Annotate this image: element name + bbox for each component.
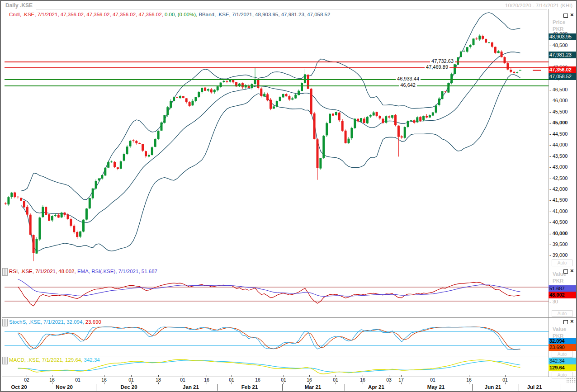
candle-body xyxy=(469,45,472,47)
x-axis-day-tick xyxy=(336,375,336,377)
x-axis-day-tick xyxy=(104,375,104,377)
candle-body xyxy=(210,90,213,93)
panel-border[interactable] xyxy=(2,356,577,356)
auto-scale-button[interactable]: Auto xyxy=(552,310,572,317)
candle-body xyxy=(298,91,300,95)
candle-body xyxy=(95,181,97,189)
rsi-legend: RSI, .KSE, 7/1/2021, 48.002, EMA, RSI(.K… xyxy=(9,269,157,274)
candle-body xyxy=(288,96,290,100)
axis-resize-grip[interactable] xyxy=(566,378,576,383)
x-axis-month-label: Jun 21 xyxy=(477,384,509,390)
rsi-panel-canvas[interactable] xyxy=(5,267,549,317)
y-axis-tick: - 42,500 xyxy=(549,175,577,181)
x-axis-day-label: 03 xyxy=(383,377,395,383)
stoch-panel-handle[interactable] xyxy=(5,319,8,326)
x-axis-month-label: Apr 21 xyxy=(360,384,392,390)
candle-body xyxy=(426,116,428,118)
candle-body xyxy=(194,97,197,101)
candle-body xyxy=(322,136,325,157)
candle-body xyxy=(185,98,188,102)
axis-value-badge: 342.34 xyxy=(549,358,577,364)
stoch-k-line xyxy=(18,327,520,349)
maximize-icon[interactable] xyxy=(563,14,568,18)
y-axis-tick: - 45,500 xyxy=(549,109,577,115)
y-axis-tick: - 39,500 xyxy=(549,241,577,247)
candle-body xyxy=(163,115,166,123)
candle-body xyxy=(14,193,16,197)
x-axis-day-tick xyxy=(309,375,310,377)
candle-body xyxy=(363,118,365,123)
candle-body xyxy=(478,36,481,40)
candle-body xyxy=(82,220,85,231)
candle-body xyxy=(270,100,272,109)
x-axis-day-label: 01 xyxy=(499,377,511,383)
rsi-panel-controls: × xyxy=(563,269,577,274)
candle-body xyxy=(276,101,278,107)
candle-body xyxy=(145,151,147,156)
candle-body xyxy=(404,127,406,138)
auto-scale-button[interactable]: Auto xyxy=(552,260,572,266)
alert-line-label[interactable]: 46,933.44 xyxy=(396,76,421,81)
x-axis-day-tick xyxy=(284,383,284,384)
candle-body xyxy=(422,116,425,120)
candle-body xyxy=(207,89,209,90)
candle-body xyxy=(241,83,244,87)
candle-body xyxy=(407,121,409,127)
alert-line-label[interactable]: 46,642 xyxy=(399,82,417,88)
x-axis-day-label: 01 xyxy=(427,377,439,383)
y-axis-tick: - 46,500 xyxy=(549,86,577,93)
panel-border[interactable] xyxy=(2,317,577,318)
alert-line-label[interactable]: 47,732.63 xyxy=(430,58,455,64)
main-panel-controls: × xyxy=(563,13,577,18)
candle-body xyxy=(232,80,234,82)
candle-body xyxy=(26,207,28,215)
candle-body xyxy=(42,207,44,217)
price-axis-title: Price xyxy=(553,19,565,25)
panel-border[interactable] xyxy=(2,267,577,267)
stochastics-legend: StochS, .KSE, 7/1/2021, 32.094, 23.690 xyxy=(9,319,101,325)
candle-body xyxy=(73,226,75,232)
rsi-legend-main: RSI, .KSE, 7/1/2021, 48.002, xyxy=(9,269,77,274)
x-axis-day-label: 01 xyxy=(226,377,237,383)
x-axis-day-tick xyxy=(207,375,207,377)
close-icon[interactable]: × xyxy=(570,318,574,325)
x-axis-day-tick xyxy=(401,383,402,384)
x-axis-day-tick xyxy=(232,375,232,377)
candle-body xyxy=(341,121,344,131)
candle-body xyxy=(254,79,256,84)
candle-body xyxy=(266,94,269,100)
x-axis-day-tick xyxy=(183,375,183,377)
candle-body xyxy=(413,120,415,123)
candle-body xyxy=(345,131,347,143)
candle-body xyxy=(307,75,309,89)
close-icon[interactable]: × xyxy=(570,267,574,274)
x-axis-day-tick xyxy=(232,383,232,384)
candle-body xyxy=(20,198,22,200)
candle-body xyxy=(273,106,275,109)
axis-value-badge: 47,058.52 xyxy=(549,73,577,80)
candle-body xyxy=(257,80,259,88)
main-chart-canvas[interactable] xyxy=(5,10,549,267)
x-axis-month-label: May 21 xyxy=(420,384,452,390)
x-axis-day-label: 16 xyxy=(303,377,315,383)
candle-body xyxy=(379,116,381,118)
title-separator xyxy=(36,9,547,9)
candle-body xyxy=(61,213,63,217)
candle-body xyxy=(294,95,297,99)
macd-legend-signal: 342.34 xyxy=(84,357,100,363)
macd-panel-handle[interactable] xyxy=(5,357,8,364)
x-axis-day-label: 16 xyxy=(201,377,213,383)
x-axis-month-separator xyxy=(35,384,35,391)
candle-body xyxy=(438,99,440,105)
rsi-legend-ema: EMA, RSI(.KSE), 7/1/2021, 51.687 xyxy=(77,269,157,274)
candle-body xyxy=(491,43,493,47)
candle-body xyxy=(101,175,103,179)
alert-line-label[interactable]: 47,469.89 xyxy=(425,64,449,70)
candle-body xyxy=(85,208,88,219)
candle-body xyxy=(182,96,184,98)
x-axis-day-tick xyxy=(78,375,78,377)
close-icon[interactable]: × xyxy=(570,11,574,18)
maximize-icon[interactable] xyxy=(563,269,568,274)
rsi-panel-handle[interactable] xyxy=(5,268,8,276)
maximize-icon[interactable] xyxy=(563,320,568,324)
